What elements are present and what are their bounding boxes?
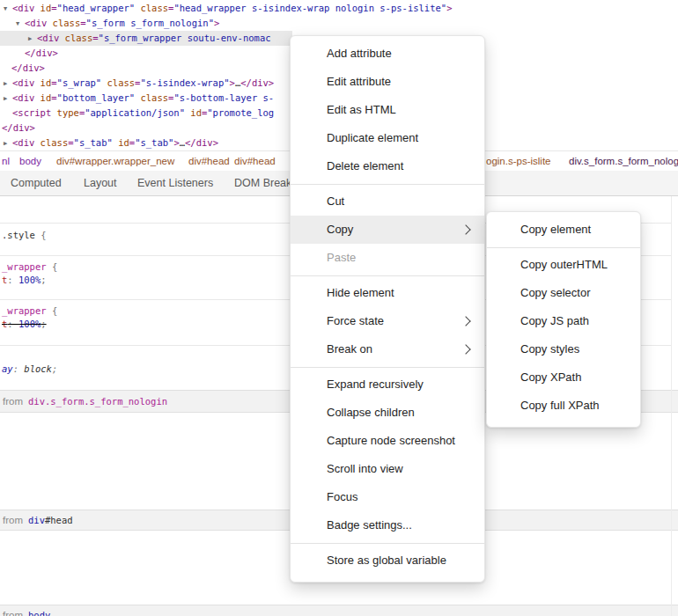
v-text: "promote_log — [207, 107, 274, 118]
css-rule-line[interactable]: ay: block; — [2, 363, 57, 376]
a-text: class — [135, 3, 168, 13]
menu-item-edit-as-html[interactable]: Edit as HTML — [291, 96, 484, 124]
t-text: <div — [12, 137, 34, 148]
menu-item-label: Copy selector — [520, 286, 590, 299]
menu-item-force-state[interactable]: Force state — [291, 307, 484, 335]
sel_pink-text: div.s_form.s_form_nologin — [28, 396, 167, 407]
v-text: "bottom_layer" — [57, 92, 136, 103]
tab-layout[interactable]: Layout — [84, 171, 117, 195]
menu-item-edit-attribute[interactable]: Edit attribute — [291, 68, 484, 96]
t-text: <div — [37, 33, 59, 43]
a-text: class — [101, 77, 135, 88]
t-text: > — [446, 3, 452, 13]
menu-item-label: Copy JS path — [520, 314, 589, 327]
a-text: id — [185, 107, 202, 118]
breadcrumb-item-div-head[interactable]: div#head — [188, 151, 230, 171]
menu-item-copy-styles[interactable]: Copy styles — [487, 335, 640, 363]
t-text: <div — [12, 92, 34, 103]
menu-item-label: Collapse children — [327, 406, 415, 419]
menu-item-label: Badge settings... — [327, 518, 412, 532]
expand-arrow-down-icon[interactable]: ▼ — [4, 2, 7, 17]
menu-item-copy-element[interactable]: Copy element — [487, 216, 640, 244]
menu-item-duplicate-element[interactable]: Duplicate element — [291, 124, 484, 152]
t-text: <div — [12, 77, 34, 88]
menu-item-label: Break on — [327, 342, 372, 356]
breadcrumb-item-div-head[interactable]: div#head — [234, 151, 276, 171]
menu-item-store-as-global-variable[interactable]: Store as global variable — [291, 546, 484, 575]
a-text: id — [113, 137, 129, 148]
inherited-from-node-link[interactable]: div#head — [28, 515, 73, 525]
menu-item-label: Scroll into view — [327, 462, 403, 475]
menu-item-copy[interactable]: Copy — [291, 216, 484, 244]
menu-item-copy-full-xpath[interactable]: Copy full XPath — [487, 392, 640, 420]
menu-item-copy-xpath[interactable]: Copy XPath — [487, 363, 640, 392]
menu-item-copy-outerhtml[interactable]: Copy outerHTML — [487, 251, 640, 279]
devtools-elements-panel: ▼<div id="head_wrapper" class="head_wrap… — [0, 0, 678, 616]
breadcrumb-item-ogin-s-ps-islite[interactable]: ogin.s-ps-islite — [486, 151, 551, 171]
expand-arrow-right-icon[interactable]: ▶ — [4, 136, 7, 151]
chevron-right-icon — [461, 316, 470, 326]
menu-item-add-attribute[interactable]: Add attribute — [291, 40, 484, 68]
a-text: id — [34, 77, 51, 88]
inherited-from-node-link[interactable]: body — [28, 610, 50, 616]
node-markup: </div> — [2, 121, 35, 136]
a-text: class — [59, 33, 92, 43]
menu-item-capture-node-screenshot[interactable]: Capture node screenshot — [291, 427, 484, 455]
css-rule-line[interactable]: _wrapper { — [2, 304, 57, 318]
menu-item-delete-element[interactable]: Delete element — [291, 152, 484, 180]
css-rule-line[interactable]: .style { — [2, 229, 47, 242]
plain-text: { — [47, 305, 58, 316]
menu-item-copy-js-path[interactable]: Copy JS path — [487, 307, 640, 335]
breadcrumb-item-div-wrapper-wrapper-new[interactable]: div#wrapper.wrapper_new — [56, 151, 174, 171]
node-markup: <div class="s_tab" id="s_tab">…</div> — [12, 136, 218, 150]
menu-item-scroll-into-view[interactable]: Scroll into view — [291, 455, 484, 483]
v-text: "application/json" — [85, 107, 185, 118]
menu-item-focus[interactable]: Focus — [291, 483, 484, 511]
val_navy-text: ay — [2, 363, 13, 374]
menu-item-paste[interactable]: Paste — [291, 244, 484, 272]
menu-item-label: Copy element — [520, 223, 591, 236]
menu-item-label: Focus — [327, 490, 357, 503]
a-text: type — [51, 107, 79, 118]
menu-item-break-on[interactable]: Break on — [291, 335, 484, 363]
t-text: > — [214, 18, 219, 28]
css-rule-line[interactable]: t: 100%; — [2, 274, 47, 287]
tab-event-listeners[interactable]: Event Listeners — [137, 171, 213, 195]
expand-arrow-right-icon[interactable]: ▶ — [4, 77, 7, 92]
css-rule-line[interactable]: _wrapper { — [2, 260, 57, 274]
a-text: class — [34, 137, 68, 148]
menu-item-expand-recursively[interactable]: Expand recursively — [291, 370, 484, 399]
inherited-from-node-link[interactable]: div.s_form.s_form_nologin — [28, 396, 167, 407]
menu-item-copy-selector[interactable]: Copy selector — [487, 279, 640, 307]
menu-item-hide-element[interactable]: Hide element — [291, 279, 484, 307]
breadcrumb-item-div-s-form-s-form-nolog[interactable]: div.s_form.s_form_nolog — [569, 151, 678, 171]
v-text: "s-isindex-wrap" — [140, 77, 229, 88]
expand-arrow-right-icon[interactable]: ▶ — [28, 32, 32, 47]
menu-separator — [291, 539, 484, 546]
breadcrumb-item-body[interactable]: body — [19, 151, 41, 171]
chevron-right-icon — [461, 344, 470, 354]
menu-item-collapse-children[interactable]: Collapse children — [291, 399, 484, 427]
menu-item-label: Copy full XPath — [520, 399, 600, 412]
menu-item-badge-settings[interactable]: Badge settings... — [291, 511, 484, 539]
v-text: "head_wrapper" — [57, 3, 136, 13]
val_navy-text: div — [28, 515, 45, 525]
a-text: id — [34, 3, 51, 13]
dom-tree-row[interactable]: ▼<div id="head_wrapper" class="head_wrap… — [0, 1, 678, 16]
menu-separator — [487, 244, 640, 251]
expand-arrow-right-icon[interactable]: ▶ — [4, 92, 7, 106]
tab-computed[interactable]: Computed — [11, 171, 62, 195]
chevron-right-icon — [461, 224, 470, 234]
plain-text: { — [47, 261, 58, 272]
styles-pane-scroll-gutter[interactable] — [671, 196, 672, 616]
t-text: <div — [25, 18, 47, 28]
menu-item-cut[interactable]: Cut — [291, 187, 484, 216]
plain-text: ; — [41, 319, 46, 329]
v-text: "s_tab" — [135, 137, 173, 148]
expand-arrow-down-icon[interactable]: ▼ — [16, 17, 19, 32]
css-rule-line[interactable]: t: 100%; — [2, 318, 47, 331]
dom-tree-row[interactable]: ▼<div class="s_form s_form_nologin"> — [0, 16, 678, 31]
menu-item-label: Edit attribute — [327, 75, 391, 88]
v-text: "s-bottom-layer s- — [173, 92, 274, 103]
breadcrumb-item-nl[interactable]: nl — [2, 151, 10, 171]
